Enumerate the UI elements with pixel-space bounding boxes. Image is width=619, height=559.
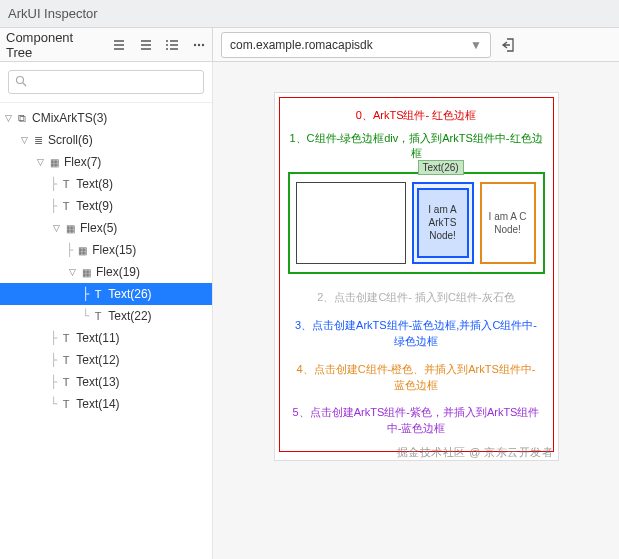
svg-point-0 — [166, 40, 168, 42]
tree-label: Flex(7) — [64, 155, 101, 169]
window-titlebar: ArkUI Inspector — [0, 0, 619, 28]
disclosure-arrow-icon[interactable]: ▽ — [18, 135, 30, 145]
flex-icon: ▦ — [46, 157, 62, 168]
tree-guide-icon: ├ — [82, 287, 89, 301]
scroll-icon: ≣ — [30, 134, 46, 147]
flex-icon: ▦ — [74, 245, 90, 256]
tree-guide-icon: ├ — [50, 199, 57, 213]
tree-node-flex5[interactable]: ▽ ▦ Flex(5) — [0, 217, 212, 239]
c-orange-border: I am A C Node! — [480, 182, 536, 264]
tree-label: Text(22) — [108, 309, 151, 323]
toolbar: Component Tree com.example.romacapisdk ▼ — [0, 28, 619, 62]
tree-node-text13[interactable]: ├ T Text(13) — [0, 371, 212, 393]
window-title: ArkUI Inspector — [8, 6, 98, 21]
caption-5: 5、点击创建ArkTS组件-紫色，并插入到ArkTS组件中-蓝色边框 — [284, 399, 549, 443]
tree-label: Text(26) — [108, 287, 151, 301]
svg-point-6 — [17, 76, 24, 83]
arkts-red-border: 0、ArkTS组件- 红色边框 1、C组件-绿色边框div，插入到ArkTS组件… — [279, 97, 554, 452]
more-options-icon[interactable] — [191, 37, 206, 53]
toolbar-right: com.example.romacapisdk ▼ — [213, 32, 525, 58]
svg-point-3 — [194, 43, 196, 45]
component-tree-label: Component Tree — [6, 30, 94, 60]
tree-guide-icon: ├ — [50, 331, 57, 345]
caption-1: 1、C组件-绿色边框div，插入到ArkTS组件中-红色边框 — [284, 131, 549, 172]
text-icon: T — [58, 200, 74, 212]
tree-label: Text(8) — [76, 177, 113, 191]
text-icon: T — [90, 288, 106, 300]
text-icon: T — [58, 332, 74, 344]
text-icon: T — [90, 310, 106, 322]
c-green-border: Text(26) I am A ArkTS Node! I am A C Nod… — [288, 172, 545, 274]
tree-node-text14[interactable]: └ T Text(14) — [0, 393, 212, 415]
tree-label: Text(14) — [76, 397, 119, 411]
tree-node-flex7[interactable]: ▽ ▦ Flex(7) — [0, 151, 212, 173]
disclosure-arrow-icon[interactable]: ▽ — [66, 267, 78, 277]
exit-icon[interactable] — [501, 37, 517, 53]
main-split: ▽ ⧉ CMixArkTS(3) ▽ ≣ Scroll(6) ▽ ▦ Flex(… — [0, 62, 619, 559]
flex-icon: ▦ — [62, 223, 78, 234]
arkts-node-text: I am A ArkTS Node! — [417, 188, 469, 258]
green-inner-row: I am A ArkTS Node! I am A C Node! — [290, 174, 543, 272]
caption-0: 0、ArkTS组件- 红色边框 — [284, 102, 549, 131]
disclosure-arrow-icon[interactable]: ▽ — [50, 223, 62, 233]
tree-label: Text(11) — [76, 331, 119, 345]
tree-node-text22[interactable]: └ T Text(22) — [0, 305, 212, 327]
tree-guide-icon: └ — [50, 397, 57, 411]
tree-node-scroll[interactable]: ▽ ≣ Scroll(6) — [0, 129, 212, 151]
preview-pane: 0、ArkTS组件- 红色边框 1、C组件-绿色边框div，插入到ArkTS组件… — [213, 62, 619, 559]
disclosure-arrow-icon[interactable]: ▽ — [34, 157, 46, 167]
tree-label: Text(13) — [76, 375, 119, 389]
tree-node-flex19[interactable]: ▽ ▦ Flex(19) — [0, 261, 212, 283]
toolbar-left: Component Tree — [0, 28, 213, 61]
tree-node-text12[interactable]: ├ T Text(12) — [0, 349, 212, 371]
selection-tag: Text(26) — [418, 160, 464, 175]
tree-guide-icon: └ — [82, 309, 89, 323]
app-selector[interactable]: com.example.romacapisdk ▼ — [221, 32, 491, 58]
search-input[interactable] — [8, 70, 204, 94]
tree-node-text11[interactable]: ├ T Text(11) — [0, 327, 212, 349]
caption-2: 2、点击创建C组件- 插入到C组件-灰石色 — [284, 284, 549, 312]
c-node-text: I am A C Node! — [482, 210, 534, 236]
list-view-icon[interactable] — [165, 37, 180, 53]
tree-guide-icon: ├ — [50, 177, 57, 191]
app-selector-value: com.example.romacapisdk — [230, 38, 373, 52]
tree-node-flex15[interactable]: ├ ▦ Flex(15) — [0, 239, 212, 261]
tree-node-text8[interactable]: ├ T Text(8) — [0, 173, 212, 195]
text-icon: T — [58, 376, 74, 388]
tree-guide-icon: ├ — [50, 375, 57, 389]
svg-point-5 — [202, 43, 204, 45]
text-icon: T — [58, 178, 74, 190]
tree-node-root[interactable]: ▽ ⧉ CMixArkTS(3) — [0, 107, 212, 129]
tree-label: Flex(19) — [96, 265, 140, 279]
expand-all-icon[interactable] — [112, 37, 127, 53]
svg-point-1 — [166, 44, 168, 46]
tree-label: CMixArkTS(3) — [32, 111, 107, 125]
tree-guide-icon: ├ — [66, 243, 73, 257]
gray-placeholder — [296, 182, 406, 264]
tree-label: Flex(15) — [92, 243, 136, 257]
caption-4: 4、点击创建C组件-橙色、并插入到ArkTS组件中-蓝色边框 — [284, 356, 549, 400]
tree-label: Text(9) — [76, 199, 113, 213]
tree-label: Text(12) — [76, 353, 119, 367]
device-preview: 0、ArkTS组件- 红色边框 1、C组件-绿色边框div，插入到ArkTS组件… — [274, 92, 559, 461]
tree-node-text9[interactable]: ├ T Text(9) — [0, 195, 212, 217]
search-wrap — [0, 62, 212, 103]
text-icon: T — [58, 354, 74, 366]
collapse-all-icon[interactable] — [138, 37, 153, 53]
left-pane: ▽ ⧉ CMixArkTS(3) ▽ ≣ Scroll(6) ▽ ▦ Flex(… — [0, 62, 213, 559]
tree-guide-icon: ├ — [50, 353, 57, 367]
flex-icon: ▦ — [78, 267, 94, 278]
svg-point-2 — [166, 48, 168, 50]
tree-node-text26[interactable]: ├ T Text(26) — [0, 283, 212, 305]
svg-point-4 — [198, 43, 200, 45]
caption-3: 3、点击创建ArkTS组件-蓝色边框,并插入C组件中-绿色边框 — [284, 312, 549, 356]
disclosure-arrow-icon[interactable]: ▽ — [2, 113, 14, 123]
component-tree: ▽ ⧉ CMixArkTS(3) ▽ ≣ Scroll(6) ▽ ▦ Flex(… — [0, 103, 212, 419]
text-icon: T — [58, 398, 74, 410]
tree-label: Scroll(6) — [48, 133, 93, 147]
chevron-down-icon: ▼ — [470, 38, 482, 52]
watermark: 掘金技术社区 @ 京东云开发者 — [397, 445, 554, 460]
tree-label: Flex(5) — [80, 221, 117, 235]
component-icon: ⧉ — [14, 112, 30, 125]
search-icon — [15, 75, 27, 90]
